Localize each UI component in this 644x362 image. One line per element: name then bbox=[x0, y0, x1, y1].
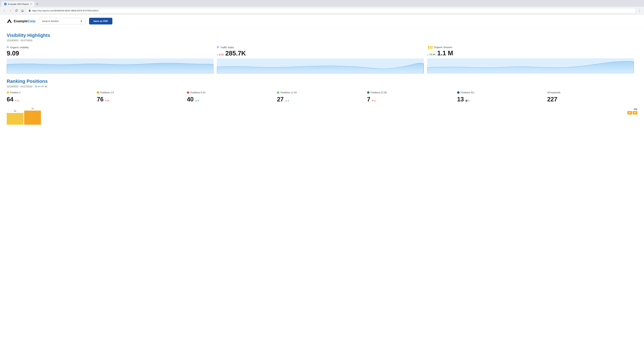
position-1-change: ▼ 1 bbox=[15, 99, 18, 102]
ranking-positions-section: Ranking Positions 12/19/2022 - 01/17/202… bbox=[0, 79, 644, 130]
count-badge-65: 65 bbox=[628, 111, 632, 114]
up-arrow-icon bbox=[427, 53, 429, 56]
new-tab-button[interactable]: + bbox=[34, 1, 40, 7]
position-11-20-value: 27 bbox=[277, 96, 284, 103]
bar-chart-preview: 64 76 200 65 68 bbox=[7, 108, 637, 125]
organic-session-card: ▐▐▐ Organic Session 79.4K 1.1 M bbox=[427, 46, 637, 73]
position-6-10-col: Positions 6-10 40 ▲ 4 bbox=[187, 91, 277, 103]
all-keywords-value: 227 bbox=[547, 96, 557, 103]
forward-button bbox=[8, 8, 13, 13]
up-arrow-icon: ▲ bbox=[195, 99, 197, 102]
tab-close-button[interactable]: × bbox=[30, 3, 32, 5]
browser-menu-button[interactable]: ⋮ bbox=[637, 8, 642, 13]
organic-visibility-chart bbox=[7, 58, 214, 73]
jump-to-label: Jump to Section bbox=[42, 20, 59, 22]
traffic-index-label: Traffic Index bbox=[220, 46, 234, 49]
position-6-10-label-row: Positions 6-10 bbox=[187, 91, 205, 94]
visibility-highlights-section: Visibility Highlights 12/19/2022 - 01/17… bbox=[0, 28, 644, 79]
position-1-value: 64 bbox=[7, 96, 14, 103]
refresh-button[interactable] bbox=[14, 8, 19, 13]
position-1-value-row: 64 ▼ 1 bbox=[7, 96, 18, 103]
ranking-header: 12/19/2022 - 01/17/2023 G en-US 🖥 bbox=[7, 85, 637, 88]
organic-session-value: 1.1 M bbox=[437, 50, 453, 56]
organic-session-label: Organic Session bbox=[434, 46, 452, 49]
save-pdf-button[interactable]: Save as PDF bbox=[89, 18, 112, 24]
count-badge-68: 68 bbox=[633, 111, 637, 114]
organic-visibility-value: 9.09 bbox=[7, 50, 19, 56]
position-21-50-col: Positions 21-50 7 ▼ 1 bbox=[367, 91, 457, 103]
position-11-20-change-value: 1 bbox=[288, 99, 289, 102]
google-g-icon-traffic: G bbox=[217, 46, 219, 49]
bar-group-76: 76 bbox=[24, 108, 41, 125]
position-2-5-value: 76 bbox=[97, 96, 104, 103]
home-button[interactable] bbox=[20, 8, 25, 13]
address-bar[interactable]: https://my-reports.com/90489439-68AD-4BE… bbox=[26, 8, 636, 13]
position-1-col: Position 1 64 ▼ 1 bbox=[7, 91, 97, 103]
organic-session-label-row: ▐▐▐ Organic Session bbox=[427, 46, 634, 49]
ranking-date-range: 12/19/2022 - 01/17/2023 bbox=[7, 85, 32, 88]
position-51-plus-col: Positions 51+ 13 ⬤ 0 bbox=[457, 91, 547, 103]
neutral-arrow-icon: ⬤ bbox=[465, 99, 468, 102]
position-21-50-label: Positions 21-50 bbox=[371, 91, 387, 94]
logo-example: Example bbox=[14, 19, 28, 23]
position-6-10-dot bbox=[187, 91, 189, 94]
traffic-index-label-row: G Traffic Index bbox=[217, 46, 424, 49]
position-21-50-change-value: 1 bbox=[374, 99, 376, 102]
position-51-plus-change-value: 0 bbox=[468, 99, 470, 102]
position-21-50-value-row: 7 ▼ 1 bbox=[367, 96, 376, 103]
google-g-icon-organic: G bbox=[7, 46, 9, 49]
position-21-50-label-row: Positions 21-50 bbox=[367, 91, 387, 94]
bar-label-76: 76 bbox=[31, 108, 34, 110]
browser-tab-active[interactable]: e Example SEO Report × bbox=[1, 1, 34, 7]
organic-visibility-card: G Organic Visibility 9.09 bbox=[7, 46, 217, 73]
logo-icon bbox=[7, 18, 12, 24]
up-arrow-icon: ▲ bbox=[285, 99, 287, 102]
position-51-plus-value: 13 bbox=[457, 96, 464, 103]
position-1-label: Position 1 bbox=[10, 91, 20, 94]
lock-icon bbox=[29, 9, 31, 12]
visibility-date-range: 12/19/2022 - 01/17/2023 bbox=[7, 39, 637, 42]
all-keywords-value-row: 227 bbox=[547, 96, 557, 103]
svg-rect-2 bbox=[29, 10, 30, 11]
logo-area: ExampleCorp bbox=[7, 18, 36, 24]
down-arrow-icon: ▼ bbox=[15, 99, 17, 102]
all-keywords-label: All keywords bbox=[547, 91, 560, 94]
google-g-icon-ranking: G bbox=[35, 85, 37, 88]
down-arrow-icon: ▼ bbox=[105, 99, 107, 102]
position-11-20-value-row: 27 ▲ 1 bbox=[277, 96, 289, 103]
position-11-20-dot bbox=[277, 91, 279, 94]
bars-icon-organic-session: ▐▐▐ bbox=[427, 46, 432, 49]
position-21-50-dot bbox=[367, 91, 370, 94]
position-21-50-value: 7 bbox=[367, 96, 370, 103]
organic-visibility-label-row: G Organic Visibility bbox=[7, 46, 214, 49]
down-arrow-icon: ▼ bbox=[372, 99, 374, 102]
right-total-label: 200 bbox=[634, 108, 637, 110]
position-51-plus-label: Positions 51+ bbox=[461, 91, 475, 94]
position-11-20-change: ▲ 1 bbox=[285, 99, 289, 102]
right-count-area: 200 65 68 bbox=[628, 108, 637, 114]
browser-chrome: e Example SEO Report × + https://my-repo… bbox=[0, 0, 644, 15]
tab-title: Example SEO Report bbox=[8, 3, 29, 5]
organic-session-change-badge: 79.4K bbox=[427, 53, 436, 56]
report-header: ExampleCorp Jump to Section ▼ Save as PD… bbox=[0, 15, 644, 28]
traffic-change-value: 0.72 bbox=[219, 53, 224, 56]
position-11-20-label-row: Positions 11-20 bbox=[277, 91, 297, 94]
position-1-change-value: 1 bbox=[18, 99, 18, 102]
traffic-index-value-row: 0.72 285.7K bbox=[217, 50, 424, 56]
jump-to-dropdown[interactable]: Jump to Section ▼ bbox=[39, 18, 86, 24]
traffic-index-card: G Traffic Index 0.72 285.7K bbox=[217, 46, 427, 73]
position-51-plus-label-row: Positions 51+ bbox=[457, 91, 475, 94]
organic-visibility-label: Organic Visibility bbox=[10, 46, 29, 49]
position-11-20-label: Positions 11-20 bbox=[280, 91, 297, 94]
position-2-5-col: Positions 2-5 76 ▼ 3 bbox=[97, 91, 187, 103]
traffic-change-badge: 0.72 bbox=[217, 53, 224, 56]
position-6-10-label: Positions 6-10 bbox=[190, 91, 205, 94]
count-badges-row: 65 68 bbox=[628, 111, 637, 114]
google-locale-badge: G en-US 🖥 bbox=[35, 85, 47, 88]
position-6-10-value-row: 40 ▲ 4 bbox=[187, 96, 199, 103]
ranking-positions-title: Ranking Positions bbox=[7, 79, 637, 84]
bar-group-64: 64 bbox=[7, 110, 24, 125]
back-button bbox=[2, 8, 7, 13]
logo-corp: Corp bbox=[28, 19, 36, 23]
organic-session-chart bbox=[427, 58, 634, 73]
